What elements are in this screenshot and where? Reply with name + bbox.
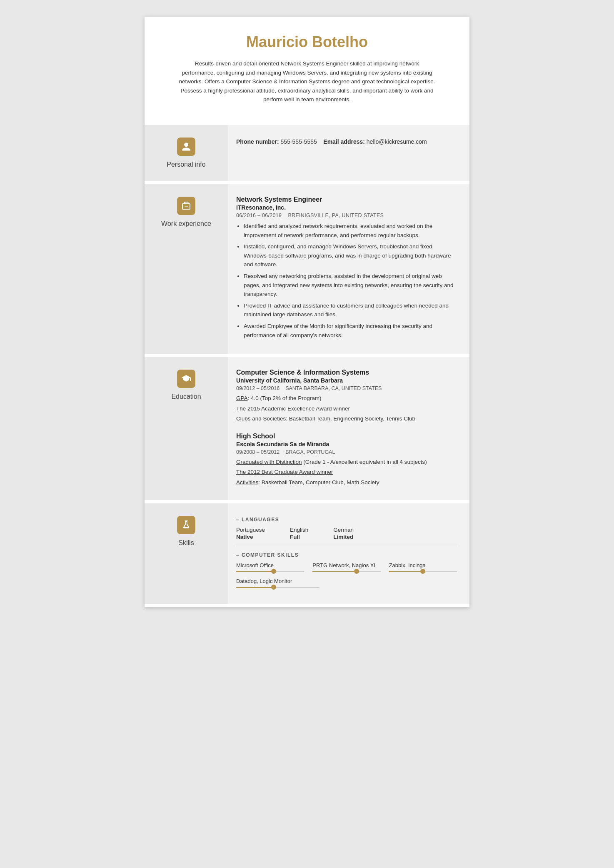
- skill-datadog: Datadog, Logic Monitor: [236, 578, 319, 588]
- job-title: Network Systems Engineer: [236, 196, 457, 203]
- edu-meta-ucsb: 09/2012 – 05/2016 SANTA BARBARA, CA, UNI…: [236, 385, 457, 391]
- skill-prtg: PRTG Network, Nagios XI: [312, 562, 380, 572]
- skill-datadog-row: Datadog, Logic Monitor: [236, 578, 319, 588]
- edu-award-2012: The 2012 Best Graduate Award winner: [236, 468, 457, 477]
- computer-skills-grid: Microsoft Office PRTG Network, Nagios XI…: [236, 562, 457, 572]
- header: Mauricio Botelho Results-driven and deta…: [145, 17, 469, 125]
- job-bullets: Identified and analyzed network requirem…: [236, 222, 457, 340]
- skills-label: Skills: [178, 539, 194, 547]
- email-label: Email address:: [323, 138, 365, 145]
- skill-datadog-fill: [236, 587, 274, 588]
- graduation-icon: [177, 370, 195, 388]
- candidate-name: Mauricio Botelho: [170, 33, 444, 51]
- job-meta: 06/2016 – 06/2019 BREINIGSVILLE, PA, UNI…: [236, 213, 457, 218]
- work-experience-label: Work experience: [161, 220, 211, 228]
- edu-award-2015: The 2015 Academic Excellence Award winne…: [236, 404, 457, 413]
- briefcase-icon: [177, 197, 195, 215]
- skill-microsoft-bar: [236, 571, 304, 572]
- edu-gpa: GPA: 4.0 (Top 2% of the Program): [236, 394, 457, 403]
- resume-container: Mauricio Botelho Results-driven and deta…: [145, 17, 469, 607]
- personal-info-left: Personal info: [145, 125, 228, 181]
- personal-info-details: Phone number: 555-555-5555 Email address…: [236, 137, 457, 147]
- skills-section: Skills – LANGUAGES Portuguese Native Eng…: [145, 503, 469, 604]
- phone-value: 555-555-5555: [281, 138, 317, 145]
- lang-german-name: German: [333, 527, 354, 533]
- bullet-item: Identified and analyzed network requirem…: [244, 222, 457, 240]
- education-section: Education Computer Science & Information…: [145, 357, 469, 500]
- lang-portuguese: Portuguese Native: [236, 527, 265, 540]
- work-experience-section: Work experience Network Systems Engineer…: [145, 184, 469, 354]
- svg-rect-0: [185, 206, 188, 207]
- edu-block-university: Computer Science & Information Systems U…: [236, 369, 457, 423]
- edu-distinction: Graduated with Distinction (Grade 1 - A/…: [236, 458, 457, 467]
- skill-zabbix: Zabbix, Incinga: [389, 562, 457, 572]
- education-label: Education: [171, 393, 201, 400]
- skill-zabbix-bar: [389, 571, 457, 572]
- lang-german: German Limited: [333, 527, 354, 540]
- skill-datadog-name: Datadog, Logic Monitor: [236, 578, 319, 584]
- bullet-item: Provided IT advice and assistance to cus…: [244, 301, 457, 319]
- skill-prtg-dot: [354, 569, 359, 574]
- languages-header: – LANGUAGES: [236, 517, 457, 523]
- bullet-item: Installed, configured, and managed Windo…: [244, 242, 457, 269]
- work-experience-left: Work experience: [145, 184, 228, 354]
- personal-info-section: Personal info Phone number: 555-555-5555…: [145, 125, 469, 181]
- skill-datadog-bar: [236, 587, 319, 588]
- skills-right: – LANGUAGES Portuguese Native English Fu…: [228, 503, 469, 604]
- skill-microsoft-name: Microsoft Office: [236, 562, 304, 568]
- edu-school-hs: Escola Secundaria Sa de Miranda: [236, 441, 457, 448]
- phone-label: Phone number:: [236, 138, 279, 145]
- bullet-item: Resolved any networking problems, assist…: [244, 272, 457, 299]
- education-right: Computer Science & Information Systems U…: [228, 357, 469, 500]
- skill-datadog-dot: [271, 585, 276, 590]
- education-left: Education: [145, 357, 228, 500]
- edu-activities: Activities: Basketball Team, Computer Cl…: [236, 478, 457, 487]
- edu-degree-cs: Computer Science & Information Systems: [236, 369, 457, 376]
- personal-info-right: Phone number: 555-555-5555 Email address…: [228, 125, 469, 181]
- edu-degree-hs: High School: [236, 433, 457, 440]
- computer-skills-header: – COMPUTER SKILLS: [236, 552, 457, 558]
- flask-icon: [177, 516, 195, 534]
- lang-english-level: Full: [290, 534, 308, 540]
- skills-left: Skills: [145, 503, 228, 604]
- skill-zabbix-fill: [389, 571, 423, 572]
- edu-meta-hs: 09/2008 – 05/2012 BRAGA, PORTUGAL: [236, 449, 457, 455]
- skill-microsoft: Microsoft Office: [236, 562, 304, 572]
- work-experience-right: Network Systems Engineer ITResonance, In…: [228, 184, 469, 354]
- skills-divider: [236, 546, 457, 546]
- lang-portuguese-name: Portuguese: [236, 527, 265, 533]
- skill-zabbix-dot: [420, 569, 425, 574]
- languages-row: Portuguese Native English Full German Li…: [236, 527, 457, 540]
- email-value: hello@kickresume.com: [367, 138, 427, 145]
- skill-prtg-fill: [312, 571, 357, 572]
- personal-info-label: Personal info: [167, 161, 205, 168]
- edu-clubs: Clubs and Societies: Basketball Team, En…: [236, 414, 457, 423]
- lang-portuguese-level: Native: [236, 534, 265, 540]
- skill-microsoft-fill: [236, 571, 274, 572]
- skill-microsoft-dot: [271, 569, 276, 574]
- summary-text: Results-driven and detail-oriented Netwo…: [170, 59, 444, 117]
- lang-german-level: Limited: [333, 534, 354, 540]
- skill-prtg-name: PRTG Network, Nagios XI: [312, 562, 380, 568]
- edu-block-highschool: High School Escola Secundaria Sa de Mira…: [236, 433, 457, 487]
- person-icon: [177, 138, 195, 156]
- bullet-item: Awarded Employee of the Month for signif…: [244, 322, 457, 340]
- edu-school-ucsb: University of California, Santa Barbara: [236, 377, 457, 384]
- skill-prtg-bar: [312, 571, 380, 572]
- lang-english-name: English: [290, 527, 308, 533]
- skill-zabbix-name: Zabbix, Incinga: [389, 562, 457, 568]
- company-name: ITResonance, Inc.: [236, 204, 457, 211]
- lang-english: English Full: [290, 527, 308, 540]
